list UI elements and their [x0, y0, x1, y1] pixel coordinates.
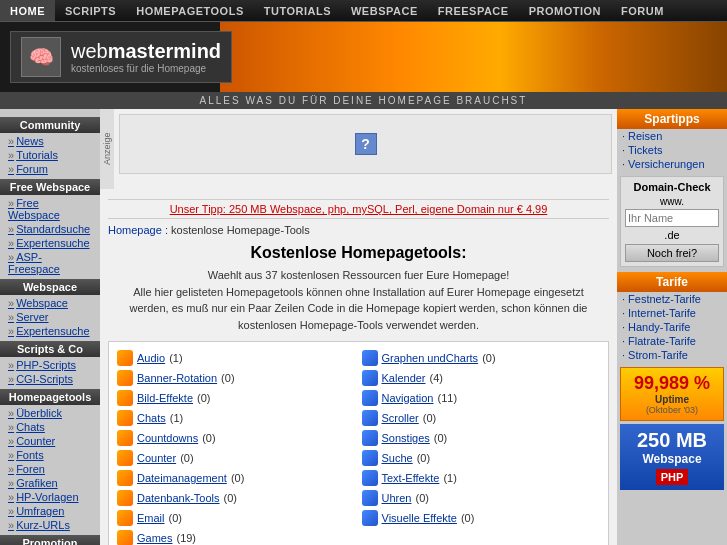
tool-link-audio[interactable]: Audio: [137, 352, 165, 364]
tool-link-scroller[interactable]: Scroller: [382, 412, 419, 424]
domain-check-title: Domain-Check: [625, 181, 719, 193]
sidebar-link-cgi-scripts[interactable]: CGI-Scripts: [0, 372, 100, 386]
tool-link-countdowns[interactable]: Countdowns: [137, 432, 198, 444]
tool-link-dateimanagement[interactable]: Dateimanagement: [137, 472, 227, 484]
right-link-tickets[interactable]: Tickets: [617, 143, 727, 157]
sidebar-link-free-webspace[interactable]: Free Webspace: [0, 196, 100, 222]
sidebar-link-foren[interactable]: Foren: [0, 462, 100, 476]
sidebar-link-uberblick[interactable]: Überblick: [0, 406, 100, 420]
tool-link-banner[interactable]: Banner-Rotation: [137, 372, 217, 384]
right-link-handy[interactable]: Handy-Tarife: [617, 320, 727, 334]
tool-count-email: (0): [169, 512, 182, 524]
tools-grid: Audio (1) Graphen undCharts (0) Banner-R…: [108, 341, 609, 545]
tool-navigation: Navigation (11): [359, 389, 604, 407]
sidebar-link-kurz-urls[interactable]: Kurz-URLs: [0, 518, 100, 532]
sidebar-link-standardsuche[interactable]: Standardsuche: [0, 222, 100, 236]
sidebar-link-forum[interactable]: Forum: [0, 162, 100, 176]
tool-link-chats[interactable]: Chats: [137, 412, 166, 424]
nav-freespace[interactable]: Freespace: [428, 0, 519, 21]
tool-link-uhren[interactable]: Uhren: [382, 492, 412, 504]
tool-count-datenbank: (0): [224, 492, 237, 504]
right-link-internet[interactable]: Internet-Tarife: [617, 306, 727, 320]
sidebar-link-webspace[interactable]: Webspace: [0, 296, 100, 310]
tipp-link[interactable]: Unser Tipp: 250 MB Webspace, php, mySQL,…: [170, 203, 548, 215]
tool-link-kalender[interactable]: Kalender: [382, 372, 426, 384]
tool-audio: Audio (1): [114, 349, 359, 367]
sidebar-link-expertensuche2[interactable]: Expertensuche: [0, 324, 100, 338]
tool-icon: [362, 450, 378, 466]
sidebar-link-chats[interactable]: Chats: [0, 420, 100, 434]
main-layout: Community News Tutorials Forum Free Webs…: [0, 109, 727, 545]
center-inner: Unser Tipp: 250 MB Webspace, php, mySQL,…: [100, 189, 617, 545]
tool-dateimanagement: Dateimanagement (0): [114, 469, 359, 487]
right-link-festnetz[interactable]: Festnetz-Tarife: [617, 292, 727, 306]
sidebar-link-grafiken[interactable]: Grafiken: [0, 476, 100, 490]
tool-counter: Counter (0): [114, 449, 359, 467]
nav-promotion[interactable]: Promotion: [519, 0, 611, 21]
logo: 🧠 webmastermind kostenloses für die Home…: [10, 31, 232, 83]
sidebar-link-umfragen[interactable]: Umfragen: [0, 504, 100, 518]
tool-link-visuelle[interactable]: Visuelle Effekte: [382, 512, 457, 524]
spartipps-title: Spartipps: [617, 109, 727, 129]
sidebar-link-php-scripts[interactable]: PHP-Scripts: [0, 358, 100, 372]
table-row: Games (19): [114, 529, 603, 545]
nav-tutorials[interactable]: Tutorials: [254, 0, 341, 21]
tool-text-effekte: Text-Effekte (1): [359, 469, 604, 487]
tool-link-datenbank[interactable]: Datenbank-Tools: [137, 492, 220, 504]
tool-icon: [362, 430, 378, 446]
tool-count-text-effekte: (1): [443, 472, 456, 484]
tool-link-navigation[interactable]: Navigation: [382, 392, 434, 404]
sidebar-link-hp-vorlagen[interactable]: HP-Vorlagen: [0, 490, 100, 504]
tool-icon: [362, 390, 378, 406]
tool-link-games[interactable]: Games: [137, 532, 172, 544]
tool-count-graphen: (0): [482, 352, 495, 364]
sidebar-link-tutorials[interactable]: Tutorials: [0, 148, 100, 162]
tool-link-email[interactable]: Email: [137, 512, 165, 524]
breadcrumb-home[interactable]: Homepage: [108, 224, 162, 236]
section-promotion: Promotion: [0, 535, 100, 545]
table-row: Bild-Effekte (0) Navigation (11): [114, 389, 603, 407]
right-link-strom[interactable]: Strom-Tarife: [617, 348, 727, 362]
tool-icon: [117, 530, 133, 545]
table-row: Email (0) Visuelle Effekte (0): [114, 509, 603, 527]
nav-home[interactable]: Home: [0, 0, 55, 21]
right-link-flatrate[interactable]: Flatrate-Tarife: [617, 334, 727, 348]
tool-datenbank: Datenbank-Tools (0): [114, 489, 359, 507]
tool-count-scroller: (0): [423, 412, 436, 424]
nav-homepagetools[interactable]: Homepagetools: [126, 0, 254, 21]
tool-countdowns: Countdowns (0): [114, 429, 359, 447]
sidebar-link-fonts[interactable]: Fonts: [0, 448, 100, 462]
nav-scripts[interactable]: Scripts: [55, 0, 126, 21]
top-navigation: Home Scripts Homepagetools Tutorials Web…: [0, 0, 727, 22]
logo-icon: 🧠: [21, 37, 61, 77]
tool-count-dateimanagement: (0): [231, 472, 244, 484]
tool-link-graphen[interactable]: Graphen undCharts: [382, 352, 479, 364]
sidebar-link-counter[interactable]: Counter: [0, 434, 100, 448]
domain-name-input[interactable]: [625, 209, 719, 227]
sidebar-link-expertensuche1[interactable]: Expertensuche: [0, 236, 100, 250]
tool-link-sonstiges[interactable]: Sonstiges: [382, 432, 430, 444]
logo-text: webmastermind: [71, 40, 221, 63]
tool-icon: [362, 410, 378, 426]
tool-link-suche[interactable]: Suche: [382, 452, 413, 464]
tool-link-bild[interactable]: Bild-Effekte: [137, 392, 193, 404]
tool-chats: Chats (1): [114, 409, 359, 427]
tool-link-text-effekte[interactable]: Text-Effekte: [382, 472, 440, 484]
table-row: Counter (0) Suche (0): [114, 449, 603, 467]
tool-banner: Banner-Rotation (0): [114, 369, 359, 387]
domain-check-button[interactable]: Noch frei?: [625, 244, 719, 262]
tipp-bar: Unser Tipp: 250 MB Webspace, php, mySQL,…: [108, 199, 609, 219]
nav-webspace[interactable]: Webspace: [341, 0, 428, 21]
tool-games: Games (19): [114, 529, 359, 545]
tool-link-counter[interactable]: Counter: [137, 452, 176, 464]
right-link-versicherungen[interactable]: Versicherungen: [617, 157, 727, 171]
tool-icon: [362, 470, 378, 486]
tool-count-kalender: (4): [430, 372, 443, 384]
tool-icon: [117, 430, 133, 446]
sidebar-link-asp-freespace[interactable]: ASP-Freespace: [0, 250, 100, 276]
nav-forum[interactable]: Forum: [611, 0, 674, 21]
tool-uhren: Uhren (0): [359, 489, 604, 507]
right-link-reisen[interactable]: Reisen: [617, 129, 727, 143]
sidebar-link-news[interactable]: News: [0, 134, 100, 148]
sidebar-link-server[interactable]: Server: [0, 310, 100, 324]
